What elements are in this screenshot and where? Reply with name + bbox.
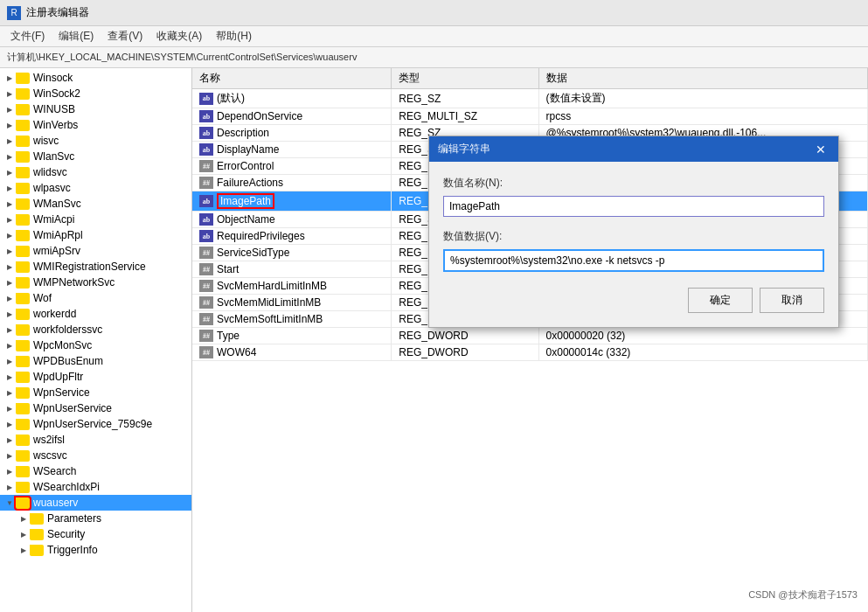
dialog-buttons: 确定 取消	[443, 288, 824, 313]
cancel-button[interactable]: 取消	[760, 288, 824, 313]
dialog-title-bar: 编辑字符串 ✕	[429, 136, 838, 162]
name-label: 数值名称(N):	[443, 176, 824, 191]
dialog-close-button[interactable]: ✕	[812, 143, 830, 156]
data-label: 数值数据(V):	[443, 229, 824, 244]
edit-string-dialog: 编辑字符串 ✕ 数值名称(N): 数值数据(V): 确定 取消	[428, 136, 839, 328]
name-input[interactable]	[443, 196, 824, 217]
dialog-body: 数值名称(N): 数值数据(V): 确定 取消	[429, 162, 838, 327]
watermark: CSDN @技术痴君子1573	[748, 588, 858, 602]
modal-overlay: 编辑字符串 ✕ 数值名称(N): 数值数据(V): 确定 取消	[0, 0, 868, 612]
dialog-title: 编辑字符串	[438, 142, 490, 156]
data-input[interactable]	[443, 249, 824, 272]
ok-button[interactable]: 确定	[688, 288, 753, 313]
